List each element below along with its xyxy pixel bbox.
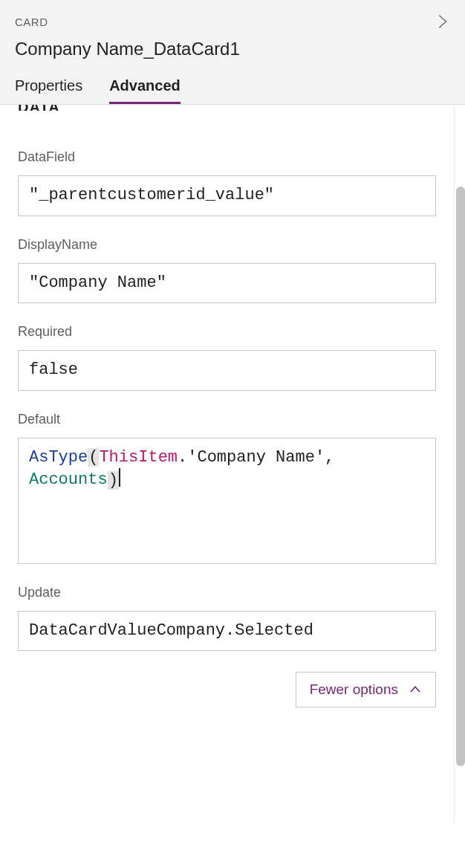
scrollbar[interactable] [456, 120, 465, 809]
label-update: Update [18, 585, 436, 600]
properties-panel-header: CARD Company Name_DataCard1 Properties A… [0, 0, 465, 105]
input-displayname[interactable]: "Company Name" [18, 263, 436, 304]
field-datafield: DataField "_parentcustomerid_value" [18, 149, 436, 216]
field-default: Default AsType(ThisItem.'Company Name', … [18, 412, 436, 564]
advanced-properties-panel: DATA DataField "_parentcustomerid_value"… [0, 105, 455, 824]
collapse-panel-icon[interactable] [434, 13, 450, 30]
scrollbar-thumb[interactable] [456, 187, 465, 766]
category-label: CARD [15, 16, 48, 28]
input-update[interactable]: DataCardValueCompany.Selected [18, 611, 436, 652]
input-default[interactable]: AsType(ThisItem.'Company Name', Accounts… [18, 438, 436, 564]
input-required[interactable]: false [18, 350, 436, 391]
chevron-up-icon [409, 683, 422, 696]
label-datafield: DataField [18, 149, 436, 165]
tab-bar: Properties Advanced [0, 73, 465, 104]
tab-properties[interactable]: Properties [15, 73, 82, 104]
fewer-options-label: Fewer options [310, 681, 398, 698]
label-default: Default [18, 412, 436, 427]
input-datafield[interactable]: "_parentcustomerid_value" [18, 175, 436, 216]
fewer-options-button[interactable]: Fewer options [296, 672, 436, 707]
field-required: Required false [18, 324, 436, 391]
card-title: Company Name_DataCard1 [0, 30, 465, 73]
tab-advanced[interactable]: Advanced [109, 73, 181, 104]
field-displayname: DisplayName "Company Name" [18, 237, 436, 304]
section-heading-data: DATA [18, 105, 436, 111]
field-update: Update DataCardValueCompany.Selected [18, 585, 436, 652]
label-displayname: DisplayName [18, 237, 436, 253]
label-required: Required [18, 324, 436, 340]
